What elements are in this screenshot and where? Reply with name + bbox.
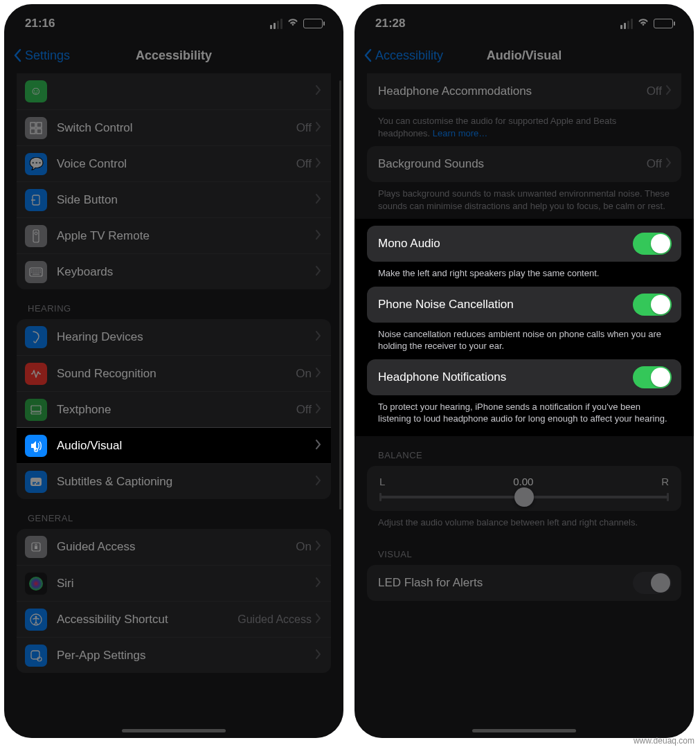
subtitles-icon	[25, 471, 47, 493]
cellular-icon	[620, 19, 633, 29]
row-headphone-notifications: Headphone Notifications	[367, 359, 681, 395]
row-sound-recognition[interactable]: Sound Recognition On	[17, 355, 331, 391]
row-accessibility-shortcut[interactable]: Accessibility Shortcut Guided Access	[17, 601, 331, 637]
row-label: Siri	[57, 577, 316, 591]
chevron-right-icon	[316, 649, 321, 662]
row-label: Headphone Accommodations	[378, 84, 647, 98]
row-led-flash-alerts: LED Flash for Alerts	[367, 565, 681, 601]
svg-rect-16	[30, 478, 42, 486]
svg-point-25	[35, 615, 37, 618]
svg-rect-1	[37, 123, 42, 127]
chevron-left-icon	[364, 48, 373, 62]
row-label: Keyboards	[57, 265, 316, 279]
balance-slider[interactable]	[379, 496, 669, 498]
row-subtitles-captioning[interactable]: Subtitles & Captioning	[17, 463, 331, 499]
row-label: Headphone Notifications	[378, 370, 633, 384]
mono-audio-switch[interactable]	[633, 233, 672, 255]
row-background-sounds[interactable]: Background Sounds Off	[367, 146, 681, 182]
row-label: Apple TV Remote	[57, 229, 316, 243]
row-keyboards[interactable]: Keyboards	[17, 253, 331, 289]
balance-left-label: L	[379, 476, 385, 487]
home-indicator[interactable]	[472, 729, 576, 732]
row-hearing-devices[interactable]: Hearing Devices	[17, 319, 331, 355]
guided-access-icon	[25, 536, 47, 558]
status-time: 21:28	[375, 17, 405, 30]
chevron-right-icon	[316, 476, 321, 488]
status-bar: 21:28	[355, 4, 694, 37]
nav-bar: Accessibility Audio/Visual	[355, 37, 694, 73]
wifi-icon	[637, 17, 649, 30]
chevron-right-icon	[316, 85, 321, 98]
row-textphone[interactable]: Textphone Off	[17, 391, 331, 427]
chevron-right-icon	[316, 331, 321, 343]
cellular-icon	[270, 19, 282, 29]
row-phone-noise-cancellation: Phone Noise Cancellation	[367, 287, 681, 323]
back-button[interactable]: Accessibility	[364, 48, 443, 63]
back-button[interactable]: Settings	[14, 48, 70, 63]
footer-background-sounds: Plays background sounds to mask unwanted…	[355, 182, 694, 219]
row-siri[interactable]: Siri	[17, 565, 331, 601]
voice-control-icon: 💬	[25, 153, 47, 175]
chevron-right-icon	[316, 577, 321, 590]
footer-noise-cancellation: Noise cancellation reduces ambient noise…	[367, 323, 681, 359]
content-scroll[interactable]: Headphone Accommodations Off You can cus…	[355, 73, 694, 738]
row-label: Subtitles & Captioning	[57, 475, 316, 489]
slider-knob[interactable]	[514, 487, 534, 507]
row-side-button[interactable]: Side Button	[17, 181, 331, 217]
learn-more-link[interactable]: Learn more…	[433, 128, 487, 138]
nav-bar: Settings Accessibility	[4, 37, 343, 73]
row-value: Off	[296, 121, 312, 135]
keyboards-icon	[25, 261, 47, 283]
row-value: On	[296, 367, 312, 381]
row-per-app-settings[interactable]: Per-App Settings	[17, 637, 331, 673]
switch-control-icon	[25, 117, 47, 139]
section-header-visual: VISUAL	[355, 535, 694, 565]
left-screenshot: 21:16 Settings Accessibility ☺ Switch Co…	[4, 4, 343, 738]
row-label: Background Sounds	[378, 157, 647, 171]
svg-rect-3	[37, 129, 42, 134]
row-audio-visual[interactable]: Audio/Visual	[17, 427, 331, 463]
textphone-icon	[25, 399, 47, 421]
section-header-general: GENERAL	[4, 499, 343, 529]
footer-mono-audio: Make the left and right speakers play th…	[367, 262, 681, 287]
row-headphone-accommodations[interactable]: Headphone Accommodations Off	[367, 73, 681, 109]
balance-control: L 0.00 R	[367, 466, 681, 511]
chevron-right-icon	[316, 613, 321, 626]
row-face-id-attention[interactable]: ☺	[17, 73, 331, 109]
row-label: Audio/Visual	[57, 439, 316, 453]
row-value: Off	[647, 84, 662, 98]
svg-rect-0	[30, 123, 35, 127]
row-label: Guided Access	[57, 540, 296, 554]
svg-point-7	[35, 232, 37, 235]
chevron-left-icon	[14, 48, 22, 62]
svg-point-23	[29, 577, 43, 591]
home-indicator[interactable]	[122, 729, 226, 732]
footer-headphone-accom: You can customise the audio for supporte…	[355, 109, 694, 146]
led-flash-switch[interactable]	[633, 572, 672, 594]
row-label: Sound Recognition	[57, 367, 296, 381]
row-apple-tv-remote[interactable]: Apple TV Remote	[17, 217, 331, 253]
scrollbar[interactable]	[339, 80, 341, 510]
row-label: Side Button	[57, 193, 316, 207]
audio-visual-icon	[25, 435, 47, 457]
headphone-notifications-switch[interactable]	[633, 366, 672, 388]
sound-recognition-icon	[25, 363, 47, 385]
svg-rect-22	[35, 546, 37, 549]
status-bar: 21:16	[4, 4, 343, 37]
chevron-right-icon	[316, 404, 321, 416]
hearing-devices-icon	[25, 326, 47, 348]
row-label: LED Flash for Alerts	[378, 576, 633, 590]
row-guided-access[interactable]: Guided Access On	[17, 529, 331, 565]
row-value: On	[296, 540, 312, 554]
row-voice-control[interactable]: 💬 Voice Control Off	[17, 145, 331, 181]
row-switch-control[interactable]: Switch Control Off	[17, 109, 331, 145]
chevron-right-icon	[316, 230, 321, 242]
watermark: www.deuaq.com	[634, 736, 694, 746]
noise-cancellation-switch[interactable]	[633, 294, 672, 316]
row-value: Off	[647, 157, 662, 171]
row-label: Phone Noise Cancellation	[378, 298, 633, 312]
row-value: Guided Access	[237, 613, 312, 626]
status-time: 21:16	[25, 17, 55, 30]
content-scroll[interactable]: ☺ Switch Control Off 💬 Voice Control Off…	[4, 73, 343, 738]
balance-right-label: R	[661, 476, 669, 487]
